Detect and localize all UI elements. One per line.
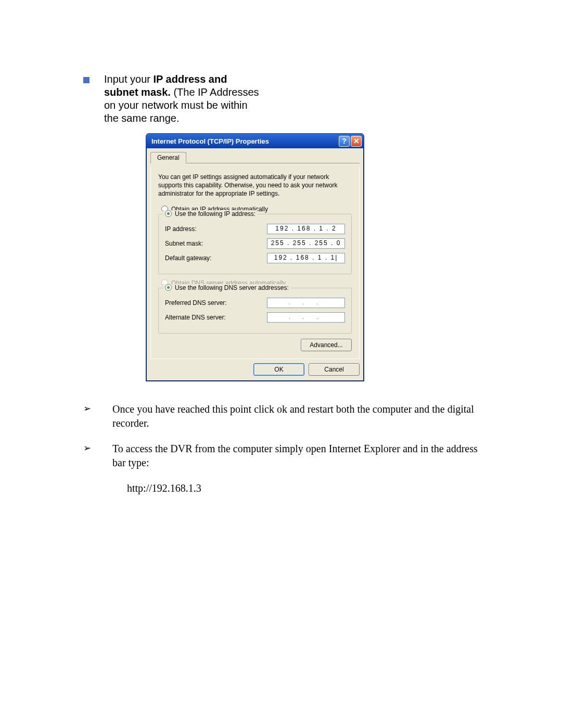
ip-address-input[interactable]: 192 . 168 . 1 . 2 (267, 224, 345, 234)
tab-row: General (150, 151, 360, 163)
instruction-1-text: Once you have reached this point click o… (112, 402, 489, 430)
preferred-dns-input[interactable]: . . . (267, 298, 345, 308)
ok-button[interactable]: OK (253, 363, 304, 376)
tcpip-properties-dialog: Internet Protocol (TCP/IP) Properties ? … (146, 133, 364, 381)
close-button[interactable]: ✕ (351, 136, 362, 147)
radio-use-ip-label: Use the following IP address: (175, 210, 256, 218)
radio-use-dns[interactable]: Use the following DNS server addresses: (163, 284, 291, 291)
close-icon: ✕ (353, 137, 360, 145)
instruction-item-2: ➢ To access the DVR from the computer si… (83, 442, 489, 470)
ip-fieldset: Use the following IP address: IP address… (158, 214, 352, 274)
preferred-dns-label: Preferred DNS server: (165, 299, 227, 306)
square-bullet-icon (83, 77, 90, 83)
dns-fieldset: Use the following DNS server addresses: … (158, 288, 352, 334)
help-icon: ? (342, 137, 347, 145)
step-prefix: Input your (104, 73, 154, 85)
arrow-bullet-icon: ➢ (83, 442, 112, 454)
subnet-mask-input[interactable]: 255 . 255 . 255 . 0 (267, 238, 345, 249)
subnet-mask-label: Subnet mask: (165, 240, 203, 247)
tab-general[interactable]: General (150, 152, 186, 163)
dvr-address-text: http://192.168.1.3 (127, 481, 489, 495)
cancel-button[interactable]: Cancel (309, 363, 360, 376)
doc-step-bullet: Input your IP address and subnet mask. (… (83, 73, 489, 125)
default-gateway-label: Default gateway: (165, 254, 211, 262)
explain-text: You can get IP settings assigned automat… (158, 173, 352, 198)
radio-icon-selected (165, 284, 172, 291)
radio-use-dns-label: Use the following DNS server addresses: (175, 284, 289, 291)
default-gateway-input[interactable]: 192 . 168 . 1 . 1| (267, 253, 345, 263)
arrow-bullet-icon: ➢ (83, 402, 112, 415)
advanced-button[interactable]: Advanced... (301, 339, 352, 351)
dialog-title: Internet Protocol (TCP/IP) Properties (151, 137, 338, 145)
dialog-titlebar: Internet Protocol (TCP/IP) Properties ? … (146, 134, 364, 148)
instruction-2-text: To access the DVR from the computer simp… (112, 442, 489, 470)
alternate-dns-input[interactable]: . . . (267, 312, 345, 323)
ip-address-label: IP address: (165, 225, 196, 233)
radio-icon-selected (165, 210, 172, 217)
help-button[interactable]: ? (339, 136, 350, 147)
instruction-item-1: ➢ Once you have reached this point click… (83, 402, 489, 430)
radio-use-ip[interactable]: Use the following IP address: (163, 210, 258, 218)
alternate-dns-label: Alternate DNS server: (165, 314, 226, 321)
doc-step-text: Input your IP address and subnet mask. (… (104, 73, 260, 125)
